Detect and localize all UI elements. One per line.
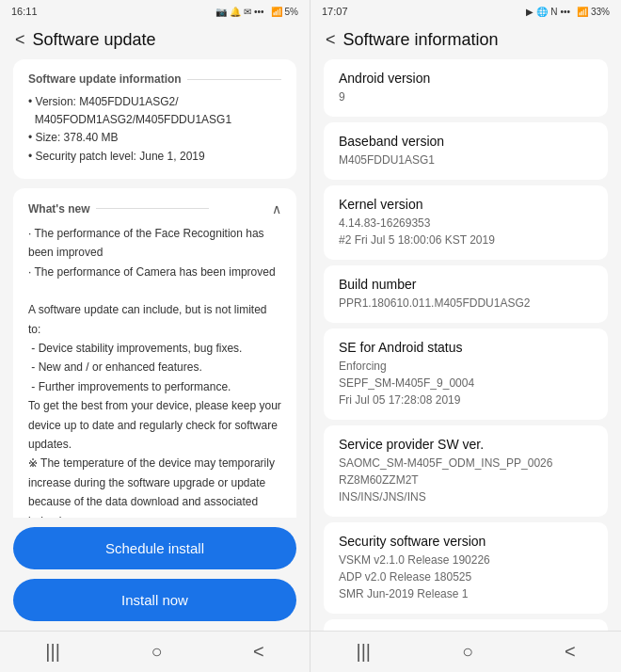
bottom-nav-right: ||| ○ < bbox=[310, 631, 621, 672]
nfc-icon: N bbox=[550, 7, 557, 17]
schedule-install-button[interactable]: Schedule install bbox=[13, 527, 296, 569]
back-button-right[interactable]: < bbox=[326, 30, 336, 50]
info-row-value: 4.14.83-16269353 #2 Fri Jul 5 18:00:06 K… bbox=[339, 215, 593, 248]
update-info-title: Software update information bbox=[28, 72, 281, 86]
play-icon: ▶ bbox=[526, 7, 533, 17]
status-icons-left: 📷 🔔 ✉ ••• 📶 5% bbox=[215, 7, 298, 17]
battery-right: 33% bbox=[591, 7, 610, 17]
location-icon: 🌐 bbox=[536, 7, 548, 17]
chevron-up-icon[interactable]: ∧ bbox=[272, 201, 281, 216]
update-info-content: • Version: M405FDDU1ASG2/ M405FODM1ASG2/… bbox=[28, 93, 281, 166]
info-row: Android version9 bbox=[324, 59, 608, 117]
status-bar-right: 17:07 ▶ 🌐 N ••• 📶 33% bbox=[310, 0, 621, 23]
notification-icon: 🔔 bbox=[230, 7, 241, 17]
message-icon: ✉ bbox=[244, 7, 251, 17]
install-now-button[interactable]: Install now bbox=[13, 579, 296, 621]
info-row: Android security patch levelJune 1, 2019 bbox=[324, 619, 608, 631]
status-bar-left: 16:11 📷 🔔 ✉ ••• 📶 5% bbox=[0, 0, 310, 23]
info-row-value: SAOMC_SM-M405F_ODM_INS_PP_0026 RZ8M60ZZM… bbox=[339, 455, 593, 505]
info-row-value: VSKM v2.1.0 Release 190226 ADP v2.0 Rele… bbox=[339, 552, 593, 602]
info-row-value: PPR1.180610.011.M405FDDU1ASG2 bbox=[339, 295, 593, 312]
bottom-nav-left: ||| ○ < bbox=[0, 631, 310, 672]
info-row: Baseband versionM405FDDU1ASG1 bbox=[324, 122, 608, 180]
info-row: SE for Android statusEnforcing SEPF_SM-M… bbox=[324, 328, 608, 420]
content-left: Software update information • Version: M… bbox=[0, 59, 310, 518]
info-list: Android version9Baseband versionM405FDDU… bbox=[310, 59, 621, 631]
info-row-label: Service provider SW ver. bbox=[339, 437, 593, 452]
status-time-left: 16:11 bbox=[11, 6, 38, 17]
camera-icon: 📷 bbox=[215, 7, 227, 17]
left-panel: 16:11 📷 🔔 ✉ ••• 📶 5% < Software update S… bbox=[0, 0, 310, 672]
page-title-right: Software information bbox=[343, 30, 499, 50]
whats-new-card: What's new ∧ · The performance of the Fa… bbox=[13, 188, 296, 518]
signal-icon-right: 📶 bbox=[577, 7, 588, 17]
signal-icon: 📶 bbox=[271, 7, 282, 17]
battery-left: 5% bbox=[285, 7, 298, 17]
info-row-label: Security software version bbox=[339, 534, 593, 549]
whats-new-header: What's new ∧ bbox=[28, 201, 281, 216]
info-row-value: M405FDDU1ASG1 bbox=[339, 152, 593, 168]
info-row-label: SE for Android status bbox=[339, 340, 593, 355]
info-row: Kernel version4.14.83-16269353 #2 Fri Ju… bbox=[324, 185, 608, 260]
home-nav-right[interactable]: ○ bbox=[462, 641, 473, 663]
page-title-left: Software update bbox=[33, 30, 156, 50]
info-row-label: Baseband version bbox=[339, 134, 593, 149]
whats-new-content: · The performance of the Face Recognitio… bbox=[28, 224, 281, 518]
menu-nav-left[interactable]: ||| bbox=[45, 641, 60, 663]
info-row: Service provider SW ver.SAOMC_SM-M405F_O… bbox=[324, 425, 608, 517]
info-row-value: 9 bbox=[339, 88, 593, 105]
back-nav-right[interactable]: < bbox=[565, 641, 576, 663]
right-panel: 17:07 ▶ 🌐 N ••• 📶 33% < Software informa… bbox=[310, 0, 621, 672]
status-time-right: 17:07 bbox=[322, 6, 348, 17]
buttons-area: Schedule install Install now bbox=[0, 518, 310, 631]
back-button-left[interactable]: < bbox=[15, 30, 25, 50]
menu-nav-right[interactable]: ||| bbox=[356, 641, 371, 663]
info-row-value: Enforcing SEPF_SM-M405F_9_0004 Fri Jul 0… bbox=[339, 358, 593, 408]
info-row: Security software versionVSKM v2.1.0 Rel… bbox=[324, 522, 608, 614]
version-line: • Version: M405FDDU1ASG2/ M405FODM1ASG2/… bbox=[28, 95, 231, 163]
update-info-card: Software update information • Version: M… bbox=[13, 59, 296, 179]
more-icon: ••• bbox=[254, 7, 264, 17]
info-row: Build numberPPR1.180610.011.M405FDDU1ASG… bbox=[324, 265, 608, 323]
info-row-label: Kernel version bbox=[339, 197, 593, 212]
status-icons-right: ▶ 🌐 N ••• 📶 33% bbox=[526, 7, 610, 17]
more-icon-right: ••• bbox=[560, 7, 570, 17]
info-row-label: Build number bbox=[339, 277, 593, 292]
header-right: < Software information bbox=[310, 23, 621, 59]
home-nav-left[interactable]: ○ bbox=[151, 641, 162, 663]
header-left: < Software update bbox=[0, 23, 310, 59]
info-row-label: Android version bbox=[339, 71, 593, 86]
back-nav-left[interactable]: < bbox=[253, 641, 264, 663]
whats-new-title: What's new bbox=[28, 202, 209, 216]
